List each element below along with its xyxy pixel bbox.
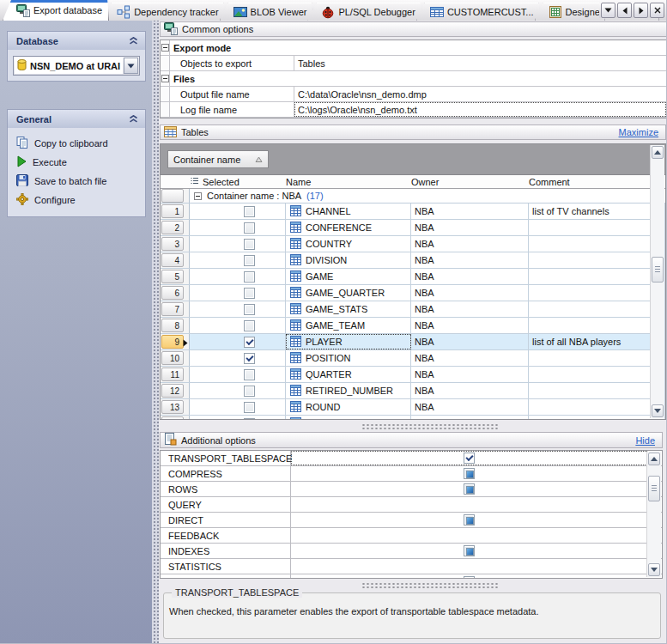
table-row[interactable]: 10 POSITION NBA bbox=[161, 350, 665, 367]
row-checkbox[interactable] bbox=[244, 255, 255, 266]
param-checkbox[interactable] bbox=[464, 545, 475, 556]
column-header-comment[interactable]: Comment bbox=[529, 177, 665, 187]
row-checkbox[interactable] bbox=[244, 402, 255, 413]
general-panel-header[interactable]: General bbox=[7, 109, 146, 128]
table-row[interactable]: 5 GAME NBA bbox=[161, 269, 665, 285]
column-header-selected[interactable]: Selected bbox=[189, 177, 286, 187]
row-number[interactable]: 5 bbox=[161, 270, 184, 283]
collapse-group-icon[interactable] bbox=[161, 44, 169, 52]
parameter-row[interactable]: STATISTICS bbox=[161, 559, 662, 574]
table-row[interactable]: 9 PLAYER NBA list of all NBA players bbox=[161, 334, 665, 350]
row-checkbox[interactable] bbox=[244, 353, 255, 364]
row-checkbox[interactable] bbox=[244, 239, 255, 250]
table-row[interactable]: 6 GAME_QUARTER NBA bbox=[161, 285, 665, 301]
collapse-group-icon[interactable] bbox=[161, 75, 169, 82]
row-checkbox[interactable] bbox=[244, 304, 255, 315]
row-checkbox[interactable] bbox=[244, 288, 255, 299]
param-checkbox[interactable] bbox=[464, 453, 475, 464]
tab-list-dropdown-icon[interactable] bbox=[601, 3, 615, 18]
parameter-row[interactable]: INDEXES bbox=[161, 544, 662, 559]
row-checkbox[interactable] bbox=[244, 222, 255, 234]
parameter-row[interactable]: DIRECT bbox=[161, 513, 662, 528]
param-value-cell[interactable] bbox=[291, 513, 647, 527]
parameter-row[interactable]: ROWS bbox=[161, 482, 662, 497]
scroll-up-icon[interactable] bbox=[652, 146, 664, 159]
row-number[interactable]: 9 bbox=[161, 335, 184, 349]
group-header-row[interactable]: Container name : NBA (17) bbox=[161, 189, 665, 204]
sidebar-item-save-to-batch-file[interactable]: Save to batch file bbox=[8, 172, 145, 191]
table-row[interactable]: 3 COUNTRY NBA bbox=[161, 236, 665, 252]
row-number[interactable]: 12 bbox=[161, 384, 184, 398]
row-number[interactable]: 4 bbox=[161, 253, 184, 267]
scroll-tabs-right-icon[interactable] bbox=[634, 3, 648, 18]
table-row[interactable]: 7 GAME_STATS NBA bbox=[161, 301, 665, 318]
row-checkbox[interactable] bbox=[244, 337, 255, 348]
table-row[interactable]: 1 CHANNEL NBA list of TV channels bbox=[161, 204, 665, 220]
database-panel-header[interactable]: Database bbox=[7, 31, 146, 50]
row-number[interactable]: 7 bbox=[161, 302, 184, 316]
sidebar-item-execute[interactable]: Execute bbox=[8, 153, 145, 172]
option-group-row[interactable]: Files bbox=[161, 71, 666, 87]
table-row[interactable]: 4 DIVISION NBA bbox=[161, 252, 665, 269]
column-header-owner[interactable]: Owner bbox=[411, 177, 529, 187]
scroll-down-icon[interactable] bbox=[652, 404, 664, 417]
row-number[interactable]: 10 bbox=[161, 351, 184, 365]
param-value-cell[interactable] bbox=[291, 574, 647, 579]
params-vertical-scrollbar[interactable] bbox=[646, 452, 661, 577]
param-checkbox[interactable] bbox=[464, 576, 475, 579]
tables-vertical-scrollbar[interactable] bbox=[650, 145, 664, 418]
chevrons-up-icon[interactable] bbox=[129, 36, 138, 46]
table-row[interactable]: 12 RETIRED_NUMBER NBA bbox=[161, 383, 665, 399]
table-row[interactable]: 2 CONFERENCE NBA bbox=[161, 220, 665, 236]
row-number[interactable]: 6 bbox=[161, 286, 184, 300]
row-number[interactable]: 3 bbox=[161, 237, 184, 251]
table-row[interactable] bbox=[161, 416, 665, 420]
scrollbar-thumb[interactable] bbox=[648, 476, 660, 501]
tab-customercust[interactable]: CUSTOMERCUST... bbox=[416, 3, 541, 21]
collapse-group-icon[interactable] bbox=[194, 192, 202, 200]
sidebar-splitter[interactable] bbox=[152, 21, 159, 643]
param-value-cell[interactable] bbox=[291, 559, 647, 574]
table-row[interactable]: 11 QUARTER NBA bbox=[161, 367, 665, 383]
option-value[interactable]: Tables bbox=[294, 56, 666, 70]
param-checkbox[interactable] bbox=[464, 468, 475, 479]
row-checkbox[interactable] bbox=[244, 206, 255, 217]
option-row[interactable]: Log file name C:\logs\Oracle\nsn_demo.tx… bbox=[161, 102, 666, 118]
row-number[interactable]: 1 bbox=[161, 204, 184, 218]
scroll-up-icon[interactable] bbox=[648, 453, 660, 465]
table-row[interactable]: 8 GAME_TEAM NBA bbox=[161, 318, 665, 334]
row-checkbox[interactable] bbox=[244, 320, 255, 331]
scrollbar-thumb[interactable] bbox=[652, 257, 664, 283]
param-checkbox[interactable] bbox=[464, 483, 475, 495]
tab-export-database[interactable]: Export database bbox=[3, 0, 109, 21]
chevrons-up-icon[interactable] bbox=[129, 114, 138, 125]
param-value-cell[interactable] bbox=[291, 466, 647, 481]
row-number[interactable]: 2 bbox=[161, 221, 184, 234]
parameter-row[interactable]: QUERY bbox=[161, 497, 662, 513]
tab-blob-viewer[interactable]: BLOB Viewer bbox=[220, 3, 314, 21]
option-value[interactable]: C:\data\Oracle\nsn_demo.dmp bbox=[294, 87, 666, 101]
param-value-cell[interactable] bbox=[291, 451, 647, 465]
horizontal-splitter[interactable] bbox=[159, 422, 667, 431]
maximize-link[interactable]: Maximize bbox=[619, 127, 658, 137]
group-by-container-name-button[interactable]: Container name bbox=[167, 150, 269, 168]
param-value-cell[interactable] bbox=[291, 528, 647, 543]
parameter-row[interactable] bbox=[161, 574, 662, 579]
option-value[interactable]: C:\logs\Oracle\nsn_demo.txt bbox=[294, 102, 666, 117]
row-checkbox[interactable] bbox=[244, 271, 255, 283]
row-number[interactable] bbox=[161, 416, 184, 420]
row-number[interactable]: 13 bbox=[161, 400, 184, 414]
sidebar-item-copy-to-clipboard[interactable]: Copy to clipboard bbox=[8, 134, 145, 153]
combo-dropdown-icon[interactable] bbox=[124, 58, 138, 74]
option-row[interactable]: Objects to export Tables bbox=[161, 56, 666, 71]
option-row[interactable]: Output file name C:\data\Oracle\nsn_demo… bbox=[161, 87, 666, 102]
tab-plsql-debugger[interactable]: PL/SQL Debugger bbox=[307, 3, 421, 21]
parameter-row[interactable]: COMPRESS bbox=[161, 466, 662, 482]
tab-dependency-tracker[interactable]: Dependency tracker bbox=[103, 3, 225, 21]
param-value-cell[interactable] bbox=[291, 544, 647, 558]
option-group-row[interactable]: Export mode bbox=[161, 40, 666, 56]
database-combo-field[interactable]: NSN_DEMO at URAI bbox=[15, 58, 123, 74]
column-header-name[interactable]: Name bbox=[286, 177, 411, 187]
sidebar-item-configure[interactable]: Configure bbox=[8, 191, 145, 210]
param-value-cell[interactable] bbox=[291, 482, 647, 496]
